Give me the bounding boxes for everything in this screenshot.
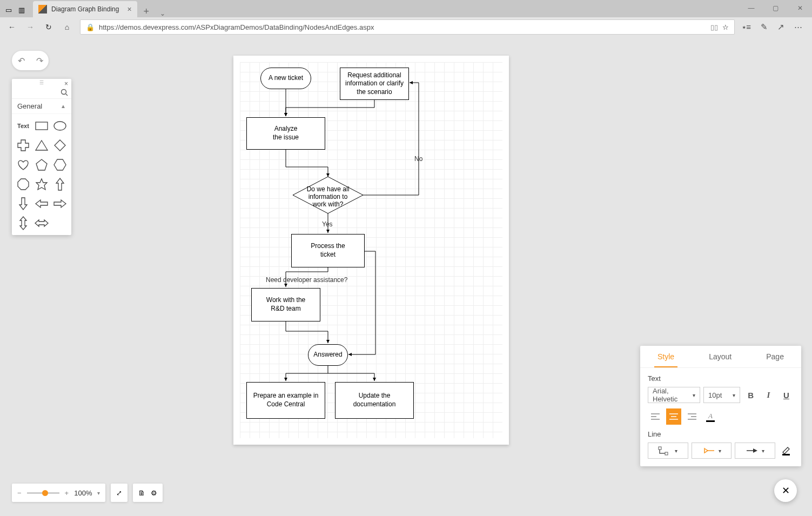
tab-overflow-chevron-icon[interactable]: ⌄ (156, 10, 170, 17)
maximize-button[interactable]: ▢ (763, 0, 788, 16)
tab-title: Diagram Graph Binding (51, 5, 119, 13)
new-tab-button[interactable]: + (137, 6, 156, 17)
minimize-button[interactable]: — (739, 0, 763, 16)
share-icon[interactable]: ↗ (777, 22, 784, 32)
notes-icon[interactable]: ✎ (761, 22, 768, 32)
favorite-icon[interactable]: ☆ (722, 23, 729, 31)
site-favicon (38, 5, 47, 14)
reading-view-icon[interactable]: ▯▯ (710, 23, 718, 31)
browser-tab[interactable]: Diagram Graph Binding × (33, 1, 137, 17)
tabs-icon[interactable]: ▭ (5, 6, 13, 14)
address-bar: ← → ↻ ⌂ 🔒 ▯▯ ☆ ⭑≡ ✎ ↗ ⋯ (0, 17, 812, 37)
lock-icon: 🔒 (86, 23, 95, 31)
forward-button[interactable]: → (25, 23, 36, 31)
favorites-list-icon[interactable]: ⭑≡ (742, 22, 751, 32)
tab-strip: ▭ ▥ Diagram Graph Binding × + ⌄ — ▢ ✕ (0, 0, 812, 17)
browser-chrome: ▭ ▥ Diagram Graph Binding × + ⌄ — ▢ ✕ ← … (0, 0, 812, 37)
home-button[interactable]: ⌂ (62, 23, 72, 31)
url-box[interactable]: 🔒 ▯▯ ☆ (80, 19, 735, 35)
close-tab-icon[interactable]: × (127, 5, 131, 14)
back-button[interactable]: ← (6, 23, 17, 31)
close-window-button[interactable]: ✕ (788, 0, 812, 16)
url-input[interactable] (99, 23, 706, 31)
refresh-button[interactable]: ↻ (43, 23, 54, 31)
tabs-icon2[interactable]: ▥ (18, 6, 26, 14)
more-icon[interactable]: ⋯ (794, 22, 802, 32)
